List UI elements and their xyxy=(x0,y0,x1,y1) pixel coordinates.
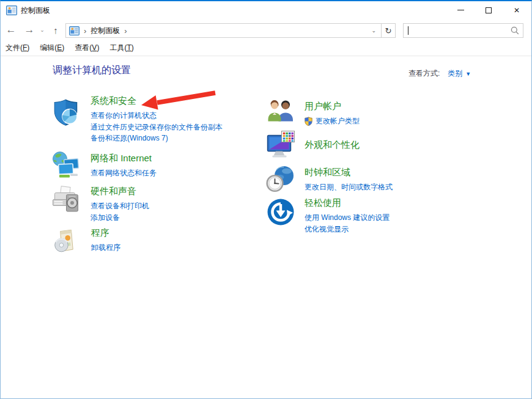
control-panel-icon xyxy=(6,5,17,15)
refresh-icon: ↻ xyxy=(385,26,392,35)
link-network-status[interactable]: 查看网络状态和任务 xyxy=(91,167,157,179)
ease-of-access-icon[interactable] xyxy=(266,197,295,227)
close-icon: ✕ xyxy=(514,7,520,14)
menu-view[interactable]: 查看(V) xyxy=(75,43,99,53)
link-uninstall-program[interactable]: 卸载程序 xyxy=(91,242,120,254)
chevron-down-icon: ⌄ xyxy=(40,27,45,33)
up-icon: ↑ xyxy=(53,25,58,35)
title-bar: 控制面板 ✕ xyxy=(1,1,531,20)
maximize-icon xyxy=(486,7,492,13)
link-change-date-time[interactable]: 更改日期、时间或数字格式 xyxy=(305,181,393,193)
address-bar[interactable]: › 控制面板 › ⌄ ↻ xyxy=(65,23,396,38)
category-clock-region: 时钟和区域 更改日期、时间或数字格式 xyxy=(266,166,393,194)
system-security-icon[interactable] xyxy=(51,98,81,127)
breadcrumb-chevron-icon[interactable]: › xyxy=(120,27,131,35)
link-change-account-type[interactable]: 更改帐户类型 xyxy=(305,115,360,127)
link-add-device[interactable]: 添加设备 xyxy=(91,212,149,224)
link-network-internet[interactable]: 网络和 Internet xyxy=(91,153,152,163)
user-accounts-icon[interactable] xyxy=(266,97,295,126)
link-optimize-visual-display[interactable]: 优化视觉显示 xyxy=(305,224,390,235)
view-by-value[interactable]: 类别 xyxy=(448,68,462,79)
view-by-label: 查看方式: xyxy=(408,68,440,79)
menu-bar-divider xyxy=(1,56,531,56)
menu-edit[interactable]: 编辑(E) xyxy=(40,43,64,53)
close-button[interactable]: ✕ xyxy=(503,1,531,19)
menu-bar: 文件(F) 编辑(E) 查看(V) 工具(T) xyxy=(1,40,531,56)
forward-icon: → xyxy=(24,24,35,36)
link-file-history[interactable]: 通过文件历史记录保存你的文件备份副本 xyxy=(91,122,223,133)
back-button[interactable]: ← xyxy=(3,20,19,40)
minimize-button[interactable] xyxy=(446,1,475,19)
category-programs: 程序 卸载程序 xyxy=(52,227,120,255)
uac-shield-icon xyxy=(305,117,312,126)
link-clock-region[interactable]: 时钟和区域 xyxy=(305,167,350,177)
programs-icon[interactable] xyxy=(52,228,79,255)
refresh-button[interactable]: ↻ xyxy=(381,24,395,37)
menu-file[interactable]: 文件(F) xyxy=(6,43,29,53)
link-ease-of-access[interactable]: 轻松使用 xyxy=(305,197,341,208)
forward-button[interactable]: → xyxy=(21,20,37,40)
view-by-control: 查看方式: 类别 ▼ xyxy=(408,68,471,79)
clock-region-icon[interactable] xyxy=(266,164,295,194)
page-title: 调整计算机的设置 xyxy=(53,64,131,77)
link-hardware-sound[interactable]: 硬件和声音 xyxy=(91,186,136,196)
category-user-accounts: 用户帐户 更改帐户类型 xyxy=(266,100,360,127)
navigation-bar: ← → ⌄ ↑ › 控制面板 › ⌄ ↻ xyxy=(1,20,531,40)
link-system-security[interactable]: 系统和安全 xyxy=(91,95,136,106)
appearance-personalization-icon[interactable] xyxy=(266,130,295,159)
category-hardware-sound: 硬件和声音 查看设备和打印机 添加设备 xyxy=(51,185,149,223)
link-security-status[interactable]: 查看你的计算机状态 xyxy=(91,110,223,122)
category-network-internet: 网络和 Internet 查看网络状态和任务 xyxy=(51,152,157,180)
hardware-sound-icon[interactable] xyxy=(51,185,81,214)
link-appearance-personalization[interactable]: 外观和个性化 xyxy=(305,139,360,150)
link-devices-printers[interactable]: 查看设备和打印机 xyxy=(91,200,149,212)
link-programs[interactable]: 程序 xyxy=(91,227,109,238)
network-internet-icon[interactable] xyxy=(51,151,81,180)
minimize-icon xyxy=(457,10,464,10)
link-user-accounts[interactable]: 用户帐户 xyxy=(305,101,341,111)
address-dropdown-icon[interactable]: ⌄ xyxy=(366,27,381,34)
link-backup-restore[interactable]: 备份和还原(Windows 7) xyxy=(91,133,223,144)
up-button[interactable]: ↑ xyxy=(48,20,63,40)
breadcrumb-control-panel[interactable]: 控制面板 xyxy=(91,26,120,36)
search-input[interactable] xyxy=(408,24,511,37)
search-box[interactable] xyxy=(403,23,523,38)
window-title: 控制面板 xyxy=(21,5,50,16)
back-icon: ← xyxy=(6,24,17,36)
menu-tools[interactable]: 工具(T) xyxy=(109,43,133,53)
recent-pages-button[interactable]: ⌄ xyxy=(38,20,46,40)
category-system-security: 系统和安全 查看你的计算机状态 通过文件历史记录保存你的文件备份副本 备份和还原… xyxy=(51,95,223,144)
control-panel-icon xyxy=(69,26,79,35)
maximize-button[interactable] xyxy=(475,1,503,19)
window-controls: ✕ xyxy=(446,1,531,19)
search-icon xyxy=(511,26,519,35)
view-by-caret-icon[interactable]: ▼ xyxy=(465,71,471,77)
category-ease-of-access: 轻松使用 使用 Windows 建议的设置 优化视觉显示 xyxy=(266,197,390,235)
link-suggested-settings[interactable]: 使用 Windows 建议的设置 xyxy=(305,212,390,224)
breadcrumb-chevron-icon[interactable]: › xyxy=(79,27,91,35)
category-appearance-personalization: 外观和个性化 xyxy=(266,139,360,159)
control-panel-window: 控制面板 ✕ ← → ⌄ ↑ › 控制面板 › ⌄ ↻ xyxy=(0,0,532,399)
